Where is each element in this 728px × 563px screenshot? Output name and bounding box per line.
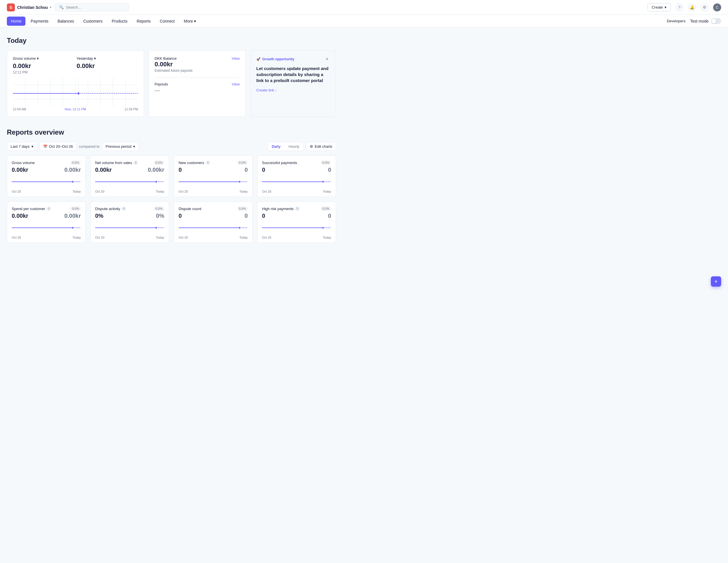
period-filter-button[interactable]: Last 7 days ▾ [7,142,37,151]
nav-item-more[interactable]: More ▾ [180,17,200,26]
metric-date-start-5: Oct 20 [95,236,104,239]
metric-header-5: Dispute activity i 0.0% [95,206,164,211]
dkk-balance-view-link[interactable]: View [232,56,240,61]
create-label: Create [652,5,663,9]
help-button[interactable]: ? [675,3,683,11]
metric-info-icon-1[interactable]: i [134,161,138,165]
notifications-button[interactable]: 🔔 [688,3,696,11]
metric-title-text-5: Dispute activity [95,207,120,211]
compared-text: compared to [79,144,99,149]
metric-title-text-6: Dispute count [179,207,201,211]
metric-header-0: Gross volume 0.0% [12,160,81,165]
metric-values-5: 0% 0% [95,213,164,219]
metric-title-1: Net volume from sales i [95,161,138,165]
metric-value-3: 0 [262,167,265,173]
brand-logo[interactable]: S Christian Schou ▾ [7,3,51,11]
metric-badge-0: 0.0% [70,160,81,165]
gross-volume-dropdown[interactable]: Gross volume ▾ [13,56,39,61]
metric-dates-2: Oct 20 Today [179,190,248,193]
hourly-button[interactable]: Hourly [285,142,303,151]
metric-dates-7: Oct 20 Today [262,236,331,239]
gross-comparison-dropdown[interactable]: Yesterday ▾ [77,56,96,61]
brand-name: Christian Schou [17,5,48,10]
metric-values-3: 0 0 [262,167,331,173]
avatar-initial: C [716,5,719,9]
growth-close-button[interactable]: × [324,56,330,62]
metric-value-7: 0 [262,213,265,219]
create-button[interactable]: Create ▾ [647,3,671,11]
compare-filter-button[interactable]: Previous period ▾ [102,142,139,151]
nav-item-reports[interactable]: Reports [133,17,155,26]
metric-card-6: Dispute count 0.0% 0 0 Oct 20 Today [174,201,253,243]
toggle-knob [711,19,716,23]
gross-comparison-right: Yesterday ▾ 0.00kr [77,56,138,78]
gross-comparison-label: Yesterday [77,56,93,61]
metric-values-2: 0 0 [179,167,248,173]
metric-badge-3: 0.0% [321,160,331,165]
gross-volume-chevron: ▾ [37,56,39,61]
metric-date-end-0: Today [73,190,81,193]
create-link-button[interactable]: Create link › [256,88,330,92]
nav-item-connect[interactable]: Connect [156,17,179,26]
nav-right: Developers Test mode [667,18,721,24]
nav-item-home[interactable]: Home [7,17,25,26]
metric-info-icon-5[interactable]: i [122,207,126,211]
avatar[interactable]: C [713,3,721,11]
developers-link[interactable]: Developers [667,19,686,23]
metric-chart-svg-5 [95,222,164,233]
metric-info-icon-4[interactable]: i [47,207,51,211]
payouts-view-link[interactable]: View [232,82,240,86]
period-filter-label: Last 7 days [11,144,30,149]
metric-chart-svg-0 [12,176,81,187]
search-icon: 🔍 [59,5,64,9]
metric-badge-6: 0.0% [237,206,248,211]
balance-divider [155,77,240,77]
gross-volume-card: Gross volume ▾ 0.00kr 12:11 PM Yesterday… [7,50,144,117]
metric-badge-2: 0.0% [237,160,248,165]
bell-icon: 🔔 [690,5,694,9]
metric-comparison-1: 0.00kr [148,167,164,173]
brand-logo-icon: S [7,3,15,11]
edit-charts-button[interactable]: ⚙ Edit charts [306,142,336,151]
nav-item-products[interactable]: Products [108,17,131,26]
gross-volume-value: 0.00kr [13,62,74,70]
metric-info-icon-7[interactable]: i [295,207,299,211]
test-mode-toggle[interactable] [711,18,721,24]
metric-date-end-6: Today [239,236,248,239]
metric-badge-7: 0.0% [321,206,331,211]
metric-dates-1: Oct 20 Today [95,190,164,193]
metric-card-7: High risk payments i 0.0% 0 0 Oct 20 Tod… [257,201,336,243]
metric-title-7: High risk payments i [262,207,299,211]
metric-title-0: Gross volume [12,161,35,165]
search-input[interactable] [66,5,125,9]
metric-values-4: 0.00kr 0.00kr [12,213,81,219]
daily-button[interactable]: Daily [268,142,285,151]
date-filter-label: Oct 20–Oct 26 [49,144,73,149]
search-bar[interactable]: 🔍 [55,3,129,11]
metric-chart-svg-4 [12,222,81,233]
gross-comparison-value: 0.00kr [77,62,138,70]
gross-volume-chart-svg [13,78,138,106]
create-link-label: Create link [256,88,274,92]
metric-title-text-2: New customers [179,161,204,165]
settings-button[interactable]: ⚙ [701,3,709,11]
nav-item-payments[interactable]: Payments [27,17,52,26]
nav-item-customers[interactable]: Customers [79,17,107,26]
dkk-balance-value: 0.00kr [155,61,193,68]
metric-values-1: 0.00kr 0.00kr [95,167,164,173]
dkk-balance-sub: Estimated future payouts [155,69,193,73]
growth-badge: 🚀 Growth opportunity [256,57,294,61]
date-filter-button[interactable]: 📅 Oct 20–Oct 26 [39,142,77,151]
metric-comparison-6: 0 [245,213,248,219]
metric-value-4: 0.00kr [12,213,28,219]
metric-info-icon-2[interactable]: i [206,161,210,165]
metric-badge-1: 0.0% [154,160,164,165]
metric-header-6: Dispute count 0.0% [179,206,248,211]
chart-label-mid: Now, 12:11 PM [65,107,86,111]
topbar-right: Create ▾ ? 🔔 ⚙ C [647,3,721,11]
metric-dates-6: Oct 20 Today [179,236,248,239]
growth-card: 🚀 Growth opportunity × Let customers upd… [250,50,336,117]
metric-comparison-7: 0 [328,213,331,219]
nav-item-balances[interactable]: Balances [54,17,78,26]
growth-header: 🚀 Growth opportunity × [256,56,330,62]
